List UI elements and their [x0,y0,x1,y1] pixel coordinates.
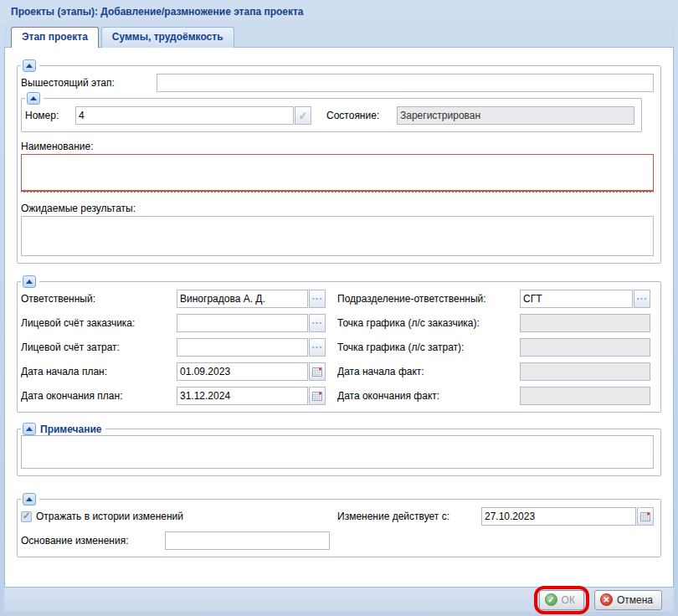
lookup-ellipsis-icon[interactable] [634,290,650,308]
lookup-ellipsis-icon[interactable] [309,338,326,357]
ok-button-label: ОК [562,594,575,606]
ok-check-icon: ✓ [545,593,557,606]
name-label: Наименование: [21,141,654,152]
note-legend: Примечание [40,424,102,435]
end-fact-input [520,387,650,405]
cancel-x-icon: ✕ [600,593,613,606]
customer-account-label: Лицевой счёт заказчика: [21,317,177,329]
dialog-window: Проекты (этапы): Добавление/размножение … [0,0,678,616]
chevron-up-icon [26,60,33,68]
parent-stage-input[interactable] [157,74,654,92]
department-label: Подразделение-ответственный: [337,293,520,305]
customer-account-input[interactable] [177,314,308,332]
name-textarea[interactable] [21,154,654,191]
number-label: Номер: [25,110,75,121]
fieldset-details: Ответственный: Подразделение-ответственн… [17,275,661,413]
start-fact-input [520,362,650,381]
collapse-toggle-history[interactable] [23,493,36,506]
history-checkbox[interactable] [21,511,32,522]
end-plan-input[interactable] [177,387,308,405]
auto-number-check-icon [295,106,311,125]
cost-account-input[interactable] [177,338,308,357]
number-input[interactable] [75,106,294,125]
chevron-up-icon [26,424,33,431]
customer-point-label: Точка графика (л/с заказчика): [337,317,520,329]
note-textarea[interactable] [21,435,654,469]
responsible-label: Ответственный: [21,293,177,305]
reason-label: Основание изменения: [21,535,165,547]
start-plan-input[interactable] [177,362,308,381]
cost-point-input [520,338,650,357]
tab-stage[interactable]: Этап проекта [11,27,99,48]
end-fact-label: Дата окончания факт: [337,390,520,402]
expected-results-label: Ожидаемые результаты: [21,203,654,214]
cost-point-label: Точка графика (л/с затрат): [337,341,520,353]
chevron-up-icon [26,494,33,501]
invalid-underline-icon [21,191,654,194]
window-title: Проекты (этапы): Добавление/размножение … [4,3,674,23]
calendar-icon[interactable] [309,387,326,405]
fieldset-main: Вышестоящий этап: Номер: Состояние: [17,59,661,264]
lookup-ellipsis-icon[interactable] [309,290,326,308]
fieldset-number: Номер: Состояние: [21,92,642,132]
history-checkbox-label: Отражать в истории изменений [36,511,183,522]
collapse-toggle-note[interactable] [23,423,36,435]
lookup-ellipsis-icon[interactable] [309,314,326,332]
footer-toolbar: ✓ ОК ✕ Отмена [4,588,674,612]
fieldset-history: Отражать в истории изменений Изменение д… [17,493,661,557]
end-plan-label: Дата окончания план: [21,390,177,402]
reason-input[interactable] [165,531,330,550]
department-input[interactable] [520,290,633,308]
parent-stage-label: Вышестоящий этап: [21,77,157,89]
collapse-toggle-number[interactable] [27,92,40,105]
form-panel: Вышестоящий этап: Номер: Состояние: [4,48,674,588]
change-date-input[interactable] [481,507,636,526]
chevron-up-icon [30,93,37,100]
chevron-up-icon [26,276,33,284]
cost-account-label: Лицевой счёт затрат: [21,341,177,353]
start-plan-label: Дата начала план: [21,366,177,377]
calendar-icon[interactable] [309,362,326,381]
start-fact-label: Дата начала факт: [337,366,520,377]
calendar-icon[interactable] [637,507,654,526]
state-label: Состояние: [326,110,397,121]
fieldset-note: Примечание [17,423,661,476]
expected-results-textarea[interactable] [21,216,654,256]
responsible-input[interactable] [177,290,308,308]
state-input [397,106,634,125]
name-field-wrap [21,154,654,194]
collapse-toggle-main[interactable] [23,59,36,72]
cancel-button[interactable]: ✕ Отмена [594,590,662,610]
cancel-button-label: Отмена [617,594,653,606]
annotation-highlight: ✓ ОК [534,586,589,614]
tab-sums[interactable]: Суммы, трудоёмкость [101,27,234,48]
collapse-toggle-details[interactable] [23,275,36,288]
change-date-label: Изменение действует с: [337,511,481,522]
tab-strip: Этап проекта Суммы, трудоёмкость [4,23,674,48]
ok-button[interactable]: ✓ ОК [539,590,584,610]
customer-point-input [520,314,650,332]
